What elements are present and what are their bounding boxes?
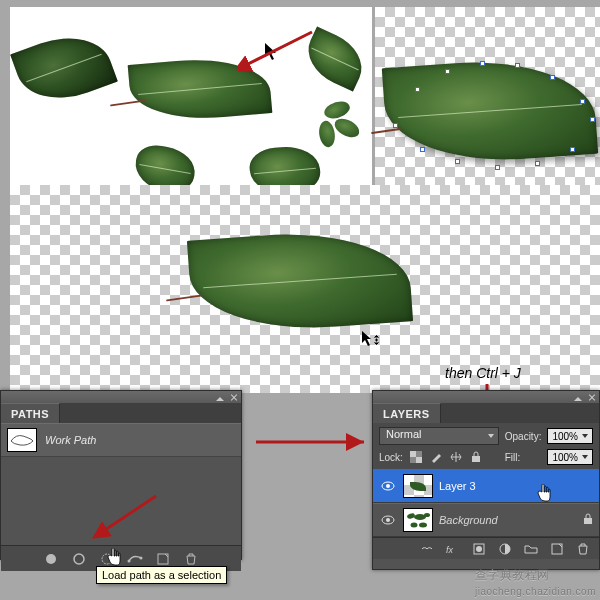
leaf-image [187,225,413,336]
watermark: 查字典教程网 jiaocheng.chazidian.com [475,567,596,598]
layers-panel: LAYERS Normal Opacity: 100% Lock: Fill: … [372,390,600,570]
svg-point-15 [386,484,390,488]
svg-point-21 [411,523,418,528]
svg-point-1 [46,554,56,564]
adjustment-icon[interactable] [497,541,513,557]
tab-layers[interactable]: LAYERS [373,403,441,423]
path-anchor[interactable] [445,69,450,74]
layers-panнш: fx [373,537,599,559]
fill-path-icon[interactable] [43,551,59,567]
delete-path-icon[interactable] [183,551,199,567]
close-icon[interactable] [588,393,596,401]
layer-name-label: Background [439,514,498,526]
link-layers-icon[interactable] [419,541,435,557]
path-anchor[interactable] [590,117,595,122]
lock-label: Lock: [379,452,403,463]
move-cursor-icon [362,331,380,349]
new-layer-icon[interactable] [549,541,565,557]
collapse-icon[interactable] [574,393,582,401]
chevron-down-icon [582,455,588,459]
svg-point-4 [128,559,131,562]
layer-thumbnail [403,508,433,532]
path-anchor[interactable] [495,165,500,170]
delete-layer-icon[interactable] [575,541,591,557]
svg-point-5 [140,556,143,559]
svg-rect-13 [472,456,480,462]
lock-position-icon[interactable] [449,450,463,464]
path-anchor[interactable] [480,61,485,66]
tab-paths[interactable]: PATHS [1,403,60,423]
layer-row-layer3[interactable]: Layer 3 [373,469,599,503]
mask-icon[interactable] [471,541,487,557]
lock-transparency-icon[interactable] [409,450,423,464]
stroke-path-icon[interactable] [71,551,87,567]
layers-list: Layer 3 Background [373,469,599,537]
path-anchor[interactable] [420,147,425,152]
blend-mode-select[interactable]: Normal [379,427,499,445]
panel-titlebar [373,391,599,403]
svg-point-22 [419,523,427,528]
load-selection-icon[interactable] [99,551,115,567]
svg-point-20 [424,513,430,517]
leaf-image [10,23,118,113]
lock-all-icon[interactable] [469,450,483,464]
svg-point-17 [386,518,390,522]
layer-thumbnail [403,474,433,498]
svg-point-18 [406,512,415,519]
fill-input[interactable]: 100% [547,449,593,465]
layers-controls: Normal Opacity: 100% Lock: Fill: 100% [373,423,599,469]
svg-point-26 [476,546,482,552]
path-anchor[interactable] [570,147,575,152]
visibility-toggle[interactable] [379,515,397,525]
leaf-image [299,26,372,91]
new-path-icon[interactable] [155,551,171,567]
path-row-work-path[interactable]: Work Path [1,423,241,457]
annotation-text: then Ctrl + J [445,365,521,381]
result-canvas [10,185,600,393]
svg-rect-11 [410,451,416,457]
leaf-stem [371,128,401,134]
layer-name-label: Layer 3 [439,480,476,492]
svg-rect-12 [416,457,422,463]
svg-point-3 [102,554,112,564]
group-icon[interactable] [523,541,539,557]
leaf-image [382,54,598,168]
lock-pixels-icon[interactable] [429,450,443,464]
fill-label: Fill: [505,452,542,463]
leaf-image [128,53,273,125]
panel-tabs: PATHS [1,403,241,423]
opacity-input[interactable]: 100% [547,428,593,444]
fx-icon[interactable]: fx [445,541,461,557]
leaf-image [310,102,366,158]
svg-text:fx: fx [446,545,454,555]
path-anchor[interactable] [393,123,398,128]
blend-mode-value: Normal [386,428,421,440]
path-anchor[interactable] [535,161,540,166]
path-name-label: Work Path [45,434,96,446]
path-anchor[interactable] [550,75,555,80]
path-anchor[interactable] [580,99,585,104]
chevron-down-icon [488,434,494,438]
layer-row-background[interactable]: Background [373,503,599,537]
pen-path-canvas [375,7,600,197]
panel-titlebar [1,391,241,403]
opacity-label: Opacity: [505,431,542,442]
panel-tabs: LAYERS [373,403,599,423]
visibility-toggle[interactable] [379,481,397,491]
tooltip: Load path as a selection [96,566,227,584]
pointer-cursor-icon [265,43,279,61]
svg-rect-23 [584,518,592,524]
make-work-path-icon[interactable] [127,551,143,567]
paths-panel: PATHS Work Path [0,390,242,560]
svg-point-2 [74,554,84,564]
path-thumbnail [7,428,37,452]
lock-icon [583,513,593,527]
leaf-stem [166,295,202,302]
close-icon[interactable] [230,393,238,401]
path-anchor[interactable] [455,159,460,164]
source-canvas [10,7,372,185]
collapse-icon[interactable] [216,393,224,401]
path-anchor[interactable] [415,87,420,92]
path-anchor[interactable] [515,63,520,68]
annotation-arrow [252,430,372,454]
